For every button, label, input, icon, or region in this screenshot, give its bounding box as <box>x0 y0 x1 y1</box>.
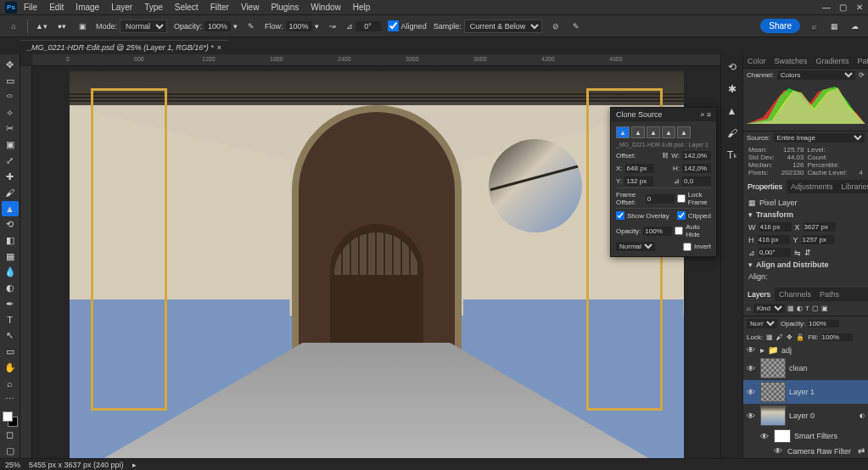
lock-pos-icon[interactable]: ✥ <box>787 333 792 341</box>
filter-type-icon[interactable]: T <box>805 305 809 312</box>
chevron-right-icon[interactable]: ▸ <box>132 461 137 469</box>
wand-tool[interactable]: ✧ <box>2 105 19 120</box>
visibility-icon[interactable]: 👁 <box>747 364 757 373</box>
layer-opacity[interactable] <box>809 320 839 327</box>
tab-layers[interactable]: Layers <box>743 288 775 301</box>
zoom-level[interactable]: 25% <box>5 461 20 469</box>
smart-filters-row[interactable]: 👁 Smart Filters <box>743 428 868 445</box>
clone-source-panel[interactable]: Clone Source » ≡ ▲ ▲ ▲ ▲ ▲ _MG_0221-HDR-… <box>610 107 717 257</box>
layer-group[interactable]: 👁 ▸ 📁 adj <box>743 344 868 356</box>
flip-h-icon[interactable]: ⇋ <box>794 249 801 257</box>
menu-window[interactable]: Window <box>305 1 346 14</box>
filter-smart-icon[interactable]: ▣ <box>821 305 828 312</box>
clone-src-5[interactable]: ▲ <box>677 126 691 138</box>
visibility-icon[interactable]: 👁 <box>747 345 757 355</box>
chevron-down-icon[interactable]: ▾ <box>748 210 753 219</box>
tab-paths[interactable]: Paths <box>815 288 843 301</box>
pen-tool[interactable]: ✒ <box>2 296 19 311</box>
filter-name[interactable]: Camera Raw Filter <box>787 447 851 456</box>
show-overlay-check[interactable] <box>616 211 624 220</box>
brush-panel-icon[interactable]: ▣ <box>76 20 89 33</box>
menu-select[interactable]: Select <box>170 1 204 14</box>
tab-patterns[interactable]: Patterns <box>854 54 868 68</box>
blur-tool[interactable]: 💧 <box>2 265 19 280</box>
stamp-tool[interactable]: ▲ <box>2 201 19 216</box>
layer-thumb[interactable] <box>760 406 786 426</box>
overlay-opacity[interactable] <box>643 227 672 236</box>
source-select[interactable]: Entire Image <box>774 133 865 143</box>
brush-settings-icon[interactable]: ✱ <box>725 81 740 97</box>
gradient-tool[interactable]: ▦ <box>2 249 19 264</box>
menu-layer[interactable]: Layer <box>106 1 137 14</box>
x-input[interactable] <box>804 222 836 232</box>
h-input[interactable] <box>758 235 790 244</box>
menu-file[interactable]: File <box>19 1 42 14</box>
lock-frame-check[interactable] <box>677 194 686 203</box>
menu-view[interactable]: View <box>236 1 265 14</box>
maximize-icon[interactable]: ▢ <box>834 1 846 14</box>
clone-h[interactable] <box>682 164 711 173</box>
collapse-icon[interactable]: » <box>700 110 704 119</box>
layer-name[interactable]: Layer 0 <box>789 411 815 420</box>
move-tool[interactable]: ✥ <box>2 58 19 73</box>
hand-tool[interactable]: ✋ <box>2 361 19 376</box>
stamp-tool-icon[interactable]: ▲▾ <box>35 20 48 33</box>
zoom-tool[interactable]: ⌕ <box>2 376 19 391</box>
tab-properties[interactable]: Properties <box>743 180 787 193</box>
brush-tool[interactable]: 🖌 <box>2 185 19 200</box>
layer-row[interactable]: 👁 Layer 1 <box>743 380 868 404</box>
chevron-down-icon[interactable]: ▾ <box>748 260 753 269</box>
search-icon[interactable]: ⌕ <box>747 305 751 312</box>
layer-name[interactable]: Layer 1 <box>789 388 815 396</box>
tab-color[interactable]: Color <box>743 54 770 68</box>
filter-pixel-icon[interactable]: ▦ <box>787 305 794 312</box>
filter-mask-thumb[interactable] <box>774 429 791 443</box>
brush-preset-icon[interactable]: ●▾ <box>55 20 69 33</box>
clone-src-1[interactable]: ▲ <box>616 126 630 138</box>
menu-filter[interactable]: Filter <box>205 1 234 14</box>
dodge-tool[interactable]: ◐ <box>2 281 19 296</box>
menu-help[interactable]: Help <box>348 1 376 14</box>
filter-adj-icon[interactable]: ◐ <box>797 305 803 312</box>
ruler-horizontal[interactable]: 06001200180024003000360042004800 <box>32 54 720 66</box>
clone-src-4[interactable]: ▲ <box>662 126 675 138</box>
tab-adjustments[interactable]: Adjustments <box>787 180 837 193</box>
search-icon[interactable]: ⌕ <box>807 20 820 33</box>
refresh-icon[interactable]: ⟳ <box>859 71 865 79</box>
clipped-check[interactable] <box>677 211 686 220</box>
type-tool[interactable]: T <box>2 312 19 327</box>
close-icon[interactable]: ✕ <box>851 1 863 14</box>
mode-select[interactable]: Normal <box>120 20 167 33</box>
lock-all-icon[interactable]: 🔒 <box>796 333 804 341</box>
opacity-value[interactable]: 100% <box>204 21 231 31</box>
clone-x[interactable] <box>625 164 654 173</box>
document-tab[interactable]: _MG_0221-HDR-Edit.psd @ 25% (Layer 1, RG… <box>20 40 228 54</box>
eraser-tool[interactable]: ◧ <box>2 232 19 248</box>
clone-src-3[interactable]: ▲ <box>647 126 660 138</box>
filter-shape-icon[interactable]: ▢ <box>812 305 819 312</box>
layer-thumb[interactable] <box>760 358 786 378</box>
filter-kind[interactable]: Kind <box>753 304 785 313</box>
edit-toolbar[interactable]: ⋯ <box>2 392 19 407</box>
w-input[interactable] <box>759 222 792 232</box>
pressure-opacity-icon[interactable]: ✎ <box>244 20 258 33</box>
ruler-vertical[interactable] <box>20 66 32 458</box>
tab-libraries[interactable]: Libraries <box>837 180 868 193</box>
visibility-icon[interactable]: 👁 <box>774 446 784 456</box>
y-input[interactable] <box>802 235 834 244</box>
clone-source-icon[interactable]: ▲ <box>725 104 740 119</box>
ignore-adj-icon[interactable]: ⊘ <box>549 20 563 33</box>
pressure-size-icon[interactable]: ✎ <box>569 20 583 33</box>
airbrush-icon[interactable]: ↝ <box>326 20 339 33</box>
quickmask-tool[interactable]: ◻ <box>2 428 19 443</box>
history-brush-tool[interactable]: ⟲ <box>2 217 19 232</box>
tab-swatches[interactable]: Swatches <box>770 54 812 68</box>
tab-gradients[interactable]: Gradients <box>812 54 854 68</box>
channel-select[interactable]: Colors <box>777 70 855 80</box>
brushes-icon[interactable]: 🖌 <box>725 126 740 141</box>
minimize-icon[interactable]: — <box>817 1 829 14</box>
marquee-tool[interactable]: ▭ <box>2 74 19 89</box>
clone-src-2[interactable]: ▲ <box>631 126 645 138</box>
overlay-blend[interactable]: Normal <box>616 242 655 251</box>
lock-paint-icon[interactable]: 🖌 <box>776 333 783 341</box>
